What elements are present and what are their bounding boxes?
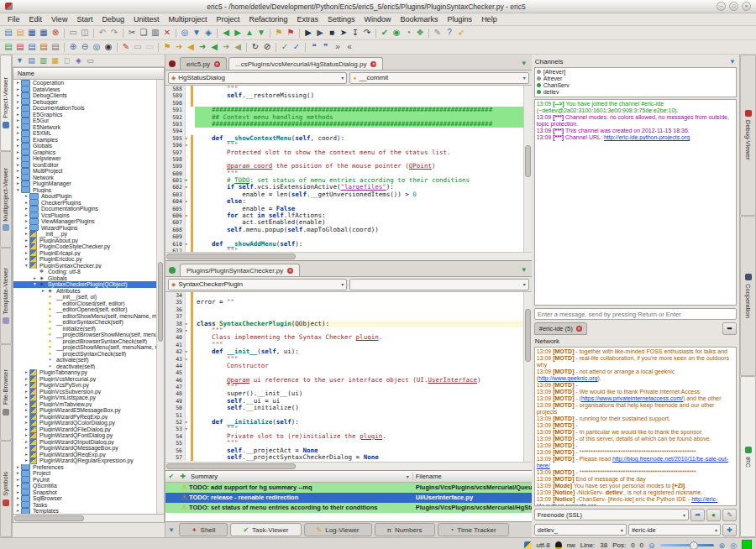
tree-item[interactable]: ▸Graphics: [13, 149, 164, 156]
column-header-summary[interactable]: Summary: [189, 473, 413, 480]
dock-tab-project-viewer[interactable]: Project-Viewer: [0, 55, 12, 151]
comment-icon[interactable]: ❝: [308, 41, 320, 53]
tree-expander-icon[interactable]: ▸: [15, 502, 21, 509]
tree-item[interactable]: ▸PluginWizardQInputDialog.py: [13, 439, 164, 446]
zoom-slider[interactable]: [660, 544, 714, 546]
line-number[interactable]: 56: [165, 447, 186, 454]
tree-expander-icon[interactable]: ▸: [24, 250, 29, 257]
search-icon[interactable]: ◎: [179, 27, 191, 39]
editor-vertical-scrollbar[interactable]: [523, 86, 532, 252]
tree-expander-icon[interactable]: ▾: [32, 281, 38, 288]
tree-expander-icon[interactable]: ▸: [15, 470, 21, 477]
zoom-in-icon[interactable]: ⊕: [67, 41, 79, 53]
scrollbar-thumb[interactable]: [14, 515, 84, 521]
unittest-icon[interactable]: ◉: [391, 27, 402, 39]
tree-item[interactable]: ▾Plugins: [13, 187, 164, 194]
undo-icon[interactable]: ↶: [97, 27, 108, 39]
dock-tab-template-viewer[interactable]: Template-Viewer: [0, 248, 12, 344]
tree-expander-icon[interactable]: ▸: [24, 445, 29, 452]
line-number[interactable]: 595: [165, 135, 186, 142]
autocomplete-icon[interactable]: ▭: [132, 41, 144, 53]
tree-item[interactable]: ▸IconEditor: [13, 162, 164, 169]
tree-expander-icon[interactable]: ▸: [15, 464, 21, 471]
editor-horizontal-scrollbar[interactable]: [165, 462, 532, 470]
tree-item[interactable]: ●__editorShowMenu(self, menuName, menu, …: [13, 313, 164, 320]
close-window-icon[interactable]: ×: [742, 2, 751, 11]
tree-vertical-scrollbar[interactable]: [156, 80, 164, 514]
fold-indicator-icon[interactable]: [185, 212, 188, 219]
task-row[interactable]: ⚠TODO: release - reenable redirectionUI/…: [165, 493, 532, 503]
menu-edit[interactable]: Edit: [25, 15, 47, 24]
tree-expander-icon[interactable]: ▸: [15, 130, 21, 137]
line-number[interactable]: 48: [165, 390, 186, 397]
line-number[interactable]: 588: [165, 86, 186, 92]
tree-item[interactable]: ●__projectBrowserSyntaxCheck(self): [13, 338, 164, 345]
tree-item[interactable]: ✱Coding: utf-8: [13, 269, 164, 275]
line-number[interactable]: 604: [165, 198, 186, 205]
stop-loading-icon[interactable]: ⊘: [261, 41, 273, 53]
tree-expander-icon[interactable]: ▸: [15, 92, 21, 99]
tree-expander-icon[interactable]: ▸: [15, 143, 21, 149]
filter-icon[interactable]: [168, 526, 175, 534]
close-icon[interactable]: [214, 61, 220, 67]
tree-expander-icon[interactable]: ▸: [24, 376, 29, 383]
tree-item[interactable]: ▸PluginEricdoc.py: [13, 256, 164, 263]
message-input[interactable]: [534, 308, 737, 320]
method-combobox[interactable]: [349, 279, 528, 290]
step-icon[interactable]: ↧: [349, 27, 361, 39]
tree-item[interactable]: ●__editorOpened(self, editor): [13, 306, 164, 313]
menu-view[interactable]: View: [47, 15, 71, 24]
add-task-icon[interactable]: ✚: [177, 473, 189, 480]
zoom-in-icon[interactable]: ⊕: [719, 541, 726, 549]
tab-task-viewer[interactable]: ✔Task-Viewer: [230, 523, 301, 536]
scrollbar-thumb[interactable]: [525, 145, 531, 177]
tree-item[interactable]: ▾PluginSyntaxChecker.py: [13, 263, 164, 269]
line-number[interactable]: 596: [165, 142, 186, 149]
line-number[interactable]: 600: [165, 170, 186, 177]
margin-marker[interactable]: [186, 356, 195, 363]
next-change-icon[interactable]: ➜: [197, 41, 208, 53]
class-combobox[interactable]: SyntaxCheckerPlugin: [168, 279, 347, 290]
tree-item[interactable]: ▸DataViews: [13, 86, 164, 93]
line-number[interactable]: 34: [165, 292, 186, 299]
filter-icon[interactable]: [729, 58, 736, 65]
tree-item[interactable]: ▸Network: [13, 175, 164, 181]
tree-item[interactable]: ●__init__(self, ui): [13, 294, 164, 301]
line-number[interactable]: 610: [165, 241, 186, 248]
line-number[interactable]: 590: [165, 100, 186, 107]
line-number[interactable]: 51: [165, 412, 186, 419]
tree-item[interactable]: ▸PluginVcsPySvn.py: [13, 382, 164, 389]
tree-expander-icon[interactable]: ▸: [24, 369, 29, 376]
line-number[interactable]: 591: [165, 107, 186, 113]
channel-user[interactable]: Afrever: [535, 75, 736, 81]
line-number[interactable]: 41: [165, 342, 186, 348]
message-link[interactable]: http://eric-ide.python-projects.org: [604, 134, 690, 140]
menu-start[interactable]: Start: [72, 15, 97, 24]
line-number[interactable]: 45: [165, 369, 186, 376]
tree-expander-icon[interactable]: ▸: [24, 231, 29, 238]
tree-item[interactable]: ▸Examples: [13, 137, 164, 144]
tree-item[interactable]: ▸Helpviewer: [13, 155, 164, 162]
open-files-list-icon[interactable]: [521, 266, 528, 274]
tree-item[interactable]: ●__editorSyntaxCheck(self): [13, 319, 164, 326]
spell-check-icon[interactable]: ✓: [279, 41, 291, 53]
tree-expander-icon[interactable]: ▸: [24, 439, 29, 446]
whats-this-icon[interactable]: ➶: [455, 27, 467, 39]
vcs-commit-icon[interactable]: ▤: [14, 41, 26, 53]
tree-expander-icon[interactable]: ▸: [15, 118, 21, 124]
redo-icon[interactable]: ↷: [108, 27, 120, 39]
bookmark-toggle-icon[interactable]: ⚑: [161, 41, 173, 53]
identity-button[interactable]: ●: [706, 509, 721, 521]
menu-unittest[interactable]: Unittest: [129, 15, 164, 24]
margin-marker[interactable]: [186, 177, 195, 184]
tree-expander-icon[interactable]: ▸: [15, 86, 21, 93]
tree-expander-icon[interactable]: ▸: [15, 124, 21, 131]
line-number[interactable]: 609: [165, 233, 186, 240]
delete-icon[interactable]: ✕: [161, 27, 173, 39]
line-number[interactable]: 55: [165, 440, 186, 447]
tree-expander-icon[interactable]: ▸: [24, 200, 29, 207]
slider-thumb[interactable]: [690, 541, 698, 549]
margin-marker[interactable]: [186, 184, 195, 191]
tree-item[interactable]: ●deactivate(self): [13, 363, 164, 370]
zoom-fit-icon[interactable]: ◉: [102, 41, 114, 53]
